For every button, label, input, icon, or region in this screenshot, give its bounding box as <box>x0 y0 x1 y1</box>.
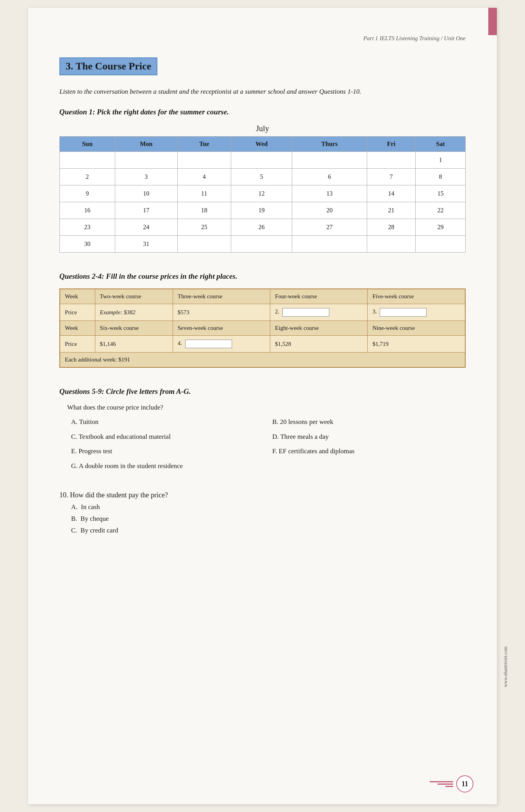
page-header: Part 1 IELTS Listening Training / Unit O… <box>59 31 466 42</box>
option-A-letter: A. <box>71 418 79 426</box>
option-G: G. A double room in the student residenc… <box>71 461 264 471</box>
cell-week2: Week <box>60 321 95 336</box>
calendar-row-3: 16171819202122 <box>60 202 466 219</box>
calendar-table: Sun Mon Tue Wed Thurs Fri Sat 1234567891… <box>59 136 466 253</box>
cal-cell-0-0 <box>60 152 115 169</box>
cal-cell-2-6: 15 <box>416 185 466 202</box>
cal-header-sat: Sat <box>416 137 466 152</box>
calendar-row-5: 3031 <box>60 236 466 253</box>
cal-cell-5-1: 31 <box>115 236 177 253</box>
cal-cell-4-1: 24 <box>115 219 177 236</box>
vertical-website-text: www.nhantriviet.com <box>503 646 509 687</box>
cal-cell-5-2 <box>177 236 231 253</box>
option-G-letter: G. <box>71 462 79 470</box>
cal-cell-3-2: 18 <box>177 202 231 219</box>
q10-option-C: C. By credit card <box>71 527 466 534</box>
prices-footer: Each additional week: $191 <box>60 353 465 368</box>
cal-cell-0-4 <box>292 152 367 169</box>
answer-input-4[interactable] <box>185 340 232 348</box>
cell-three-week: Three-week course <box>173 289 270 304</box>
question10-heading: 10. How did the student pay the price? <box>59 491 466 499</box>
cell-1528: $1,528 <box>270 336 368 353</box>
calendar-row-0: 1 <box>60 152 466 169</box>
prices-row4: Price $1,146 4. $1,528 $1,719 <box>60 336 465 353</box>
calendar-row-2: 9101112131415 <box>60 185 466 202</box>
footer-line-2 <box>438 784 453 785</box>
cal-cell-1-1: 3 <box>115 169 177 185</box>
cal-cell-5-0: 30 <box>60 236 115 253</box>
prices-row1: Week Two-week course Three-week course F… <box>60 289 465 304</box>
cal-cell-1-2: 4 <box>177 169 231 185</box>
cal-cell-1-0: 2 <box>60 169 115 185</box>
option-F: F. EF certificates and diplomas <box>272 446 466 456</box>
accent-bar <box>488 8 497 35</box>
footer-line-3 <box>445 786 453 787</box>
option-C: C. Textbook and educational material <box>71 432 264 442</box>
option-D-letter: D. <box>272 433 280 440</box>
cell-nine-week: Nine-week course <box>368 321 465 336</box>
cal-header-wed: Wed <box>231 137 292 152</box>
cal-cell-2-2: 11 <box>177 185 231 202</box>
cell-answer2: 2. <box>270 304 368 321</box>
cal-cell-2-5: 14 <box>367 185 416 202</box>
cal-cell-0-3 <box>231 152 292 169</box>
cal-cell-1-3: 5 <box>231 169 292 185</box>
cell-example: Example: $382 <box>95 304 173 321</box>
cal-cell-4-3: 26 <box>231 219 292 236</box>
question1-heading: Question 1: Pick the right dates for the… <box>59 108 466 116</box>
cal-cell-3-0: 16 <box>60 202 115 219</box>
cal-cell-4-4: 27 <box>292 219 367 236</box>
prices-row3: Week Six-week course Seven-week course E… <box>60 321 465 336</box>
page-footer: 11 <box>430 775 473 792</box>
option-C-text: Textbook and educational material <box>79 433 171 440</box>
options-right: B. 20 lessons per week D. Three meals a … <box>264 417 466 475</box>
cell-seven-week: Seven-week course <box>173 321 270 336</box>
q10-option-B: B. By cheque <box>71 515 466 523</box>
option-A-text: Tuition <box>79 418 98 426</box>
cell-price2: Price <box>60 336 95 353</box>
prices-row2: Price Example: $382 $573 2. 3. <box>60 304 465 321</box>
questions24-heading: Questions 2-4: Fill in the course prices… <box>59 272 466 281</box>
cal-cell-5-3 <box>231 236 292 253</box>
cell-two-week: Two-week course <box>95 289 173 304</box>
cal-cell-5-5 <box>367 236 416 253</box>
q10-option-A: A. In cash <box>71 503 466 511</box>
options-columns: A. Tuition C. Textbook and educational m… <box>59 417 466 475</box>
cal-cell-0-2 <box>177 152 231 169</box>
cell-573: $573 <box>173 304 270 321</box>
cal-cell-2-1: 10 <box>115 185 177 202</box>
footer-line-1 <box>430 781 453 782</box>
options-left: A. Tuition C. Textbook and educational m… <box>59 417 264 475</box>
cal-cell-3-6: 22 <box>416 202 466 219</box>
question10-options: A. In cash B. By cheque C. By credit car… <box>59 503 466 534</box>
option-E-text: Progress test <box>79 447 112 455</box>
cell-six-week: Six-week course <box>95 321 173 336</box>
option-D: D. Three meals a day <box>272 432 466 442</box>
questions24-section: Questions 2-4: Fill in the course prices… <box>59 272 466 368</box>
cal-cell-3-1: 17 <box>115 202 177 219</box>
cell-week1: Week <box>60 289 95 304</box>
calendar-row-1: 2345678 <box>60 169 466 185</box>
cal-cell-4-2: 25 <box>177 219 231 236</box>
cal-cell-5-4 <box>292 236 367 253</box>
cell-five-week: Five-week course <box>368 289 465 304</box>
cal-cell-0-6: 1 <box>416 152 466 169</box>
cell-price1: Price <box>60 304 95 321</box>
answer-input-2[interactable] <box>282 308 329 317</box>
cal-cell-0-1 <box>115 152 177 169</box>
prices-footer-row: Each additional week: $191 <box>60 353 465 368</box>
option-E-letter: E. <box>71 447 79 455</box>
option-A: A. Tuition <box>71 417 264 427</box>
questions59-heading: Questions 5-9: Circle five letters from … <box>59 387 466 396</box>
cal-cell-2-0: 9 <box>60 185 115 202</box>
calendar-row-4: 23242526272829 <box>60 219 466 236</box>
cal-cell-2-4: 13 <box>292 185 367 202</box>
cal-header-thurs: Thurs <box>292 137 367 152</box>
option-D-text: Three meals a day <box>280 433 329 440</box>
cell-eight-week: Eight-week course <box>270 321 368 336</box>
cell-four-week: Four-week course <box>270 289 368 304</box>
option-B: B. 20 lessons per week <box>272 417 466 427</box>
answer-input-3[interactable] <box>380 308 427 317</box>
cal-header-mon: Mon <box>115 137 177 152</box>
cal-cell-1-4: 6 <box>292 169 367 185</box>
